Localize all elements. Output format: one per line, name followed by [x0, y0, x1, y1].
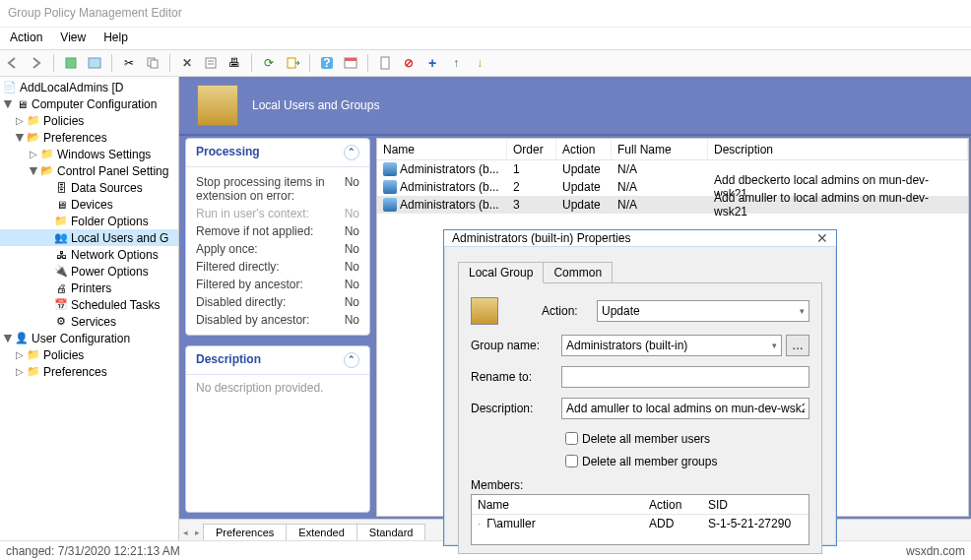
- member-row[interactable]: ·Γ\amuller ADD S-1-5-21-27290: [472, 515, 809, 532]
- svg-rect-7: [288, 58, 295, 68]
- stop-icon[interactable]: ⊘: [400, 54, 418, 72]
- tree-comp-config[interactable]: Computer Configuration: [32, 97, 157, 111]
- tree-cp-settings[interactable]: Control Panel Setting: [57, 164, 168, 178]
- delete-users-label: Delete all member users: [582, 432, 710, 446]
- collapse-icon[interactable]: ⌃: [344, 352, 359, 368]
- close-icon[interactable]: ✕: [816, 230, 828, 246]
- toolbar: ✂ ✕ 🖶 ⟳ ? ⊘ + ↑ ↓: [0, 49, 971, 77]
- up-icon[interactable]: ↑: [447, 54, 465, 72]
- menu-view[interactable]: View: [60, 31, 86, 46]
- members-label: Members:: [471, 478, 809, 492]
- menu-action[interactable]: Action: [10, 31, 42, 46]
- refresh-icon[interactable]: ⟳: [260, 54, 278, 72]
- users-groups-icon: [197, 85, 238, 126]
- page-icon[interactable]: [376, 54, 394, 72]
- mcol-sid[interactable]: SID: [702, 498, 809, 512]
- svg-rect-11: [345, 58, 356, 61]
- description-field[interactable]: [561, 398, 809, 419]
- tree-win-settings[interactable]: Windows Settings: [57, 148, 151, 161]
- delete-groups-checkbox[interactable]: [565, 455, 578, 467]
- status-changed: changed: 7/31/2020 12:21:13 AM: [6, 544, 180, 558]
- tree-services[interactable]: Services: [71, 315, 116, 329]
- menu-help[interactable]: Help: [103, 31, 128, 46]
- description-text: No description provided.: [186, 375, 369, 401]
- tree-network[interactable]: Network Options: [71, 248, 159, 262]
- tree-printers[interactable]: Printers: [71, 281, 111, 295]
- proc-context-label: Run in user's context:: [196, 207, 309, 220]
- proc-filtanc-label: Filtered by ancestor:: [196, 278, 303, 291]
- group-icon: [383, 162, 397, 176]
- new-icon[interactable]: [62, 54, 80, 72]
- description-title: Description: [196, 352, 261, 368]
- print-icon[interactable]: 🖶: [226, 54, 243, 72]
- col-description[interactable]: Description: [708, 139, 968, 159]
- proc-remove-label: Remove if not applied:: [196, 224, 313, 238]
- tree-preferences[interactable]: Preferences: [43, 131, 107, 145]
- group-large-icon: [471, 297, 498, 325]
- back-icon[interactable]: [4, 54, 22, 72]
- nav-tree[interactable]: 📄AddLocalAdmins [D ⯆🖥Computer Configurat…: [0, 77, 179, 540]
- tab-extended[interactable]: Extended: [286, 524, 356, 540]
- tree-devices[interactable]: Devices: [71, 198, 113, 212]
- proc-disanc-label: Disabled by ancestor:: [196, 313, 309, 327]
- collapse-icon[interactable]: ⌃: [344, 145, 359, 160]
- menubar: Action View Help: [0, 28, 971, 49]
- svg-rect-0: [66, 58, 76, 68]
- window-title: Group Policy Management Editor: [0, 0, 971, 28]
- list-header: Name Order Action Full Name Description: [377, 139, 968, 160]
- group-icon: [383, 180, 397, 194]
- tree-power[interactable]: Power Options: [71, 265, 149, 279]
- properties-icon[interactable]: [202, 54, 220, 72]
- tree-local-users-groups[interactable]: Local Users and G: [71, 231, 168, 245]
- content-header: Local Users and Groups: [179, 77, 971, 136]
- delete-icon[interactable]: ✕: [178, 54, 196, 72]
- tree-preferences-user[interactable]: Preferences: [43, 365, 107, 379]
- action-select[interactable]: Update: [597, 300, 809, 322]
- group-icon: [383, 198, 397, 212]
- description-panel: Description⌃ No description provided.: [185, 345, 370, 513]
- col-name[interactable]: Name: [377, 139, 507, 159]
- group-name-label: Group name:: [471, 339, 561, 352]
- help-icon[interactable]: ?: [318, 54, 336, 72]
- forward-icon[interactable]: [28, 54, 45, 72]
- cut-icon[interactable]: ✂: [120, 54, 138, 72]
- col-order[interactable]: Order: [507, 139, 556, 159]
- tab-local-group[interactable]: Local Group: [458, 262, 544, 283]
- copy-icon[interactable]: [144, 54, 162, 72]
- calendar-icon[interactable]: [342, 54, 359, 72]
- tree-root[interactable]: AddLocalAdmins [D: [20, 81, 123, 94]
- tree-data-sources[interactable]: Data Sources: [71, 181, 143, 195]
- members-list[interactable]: Name Action SID ·Γ\amuller ADD S-1-5-21-…: [471, 494, 809, 545]
- tab-standard[interactable]: Standard: [356, 524, 426, 540]
- col-fullname[interactable]: Full Name: [612, 139, 708, 159]
- tree-user-config[interactable]: User Configuration: [32, 332, 130, 345]
- add-icon[interactable]: +: [423, 54, 441, 72]
- window-icon[interactable]: [86, 54, 103, 72]
- rename-label: Rename to:: [471, 370, 561, 384]
- tree-scheduled[interactable]: Scheduled Tasks: [71, 298, 161, 312]
- tree-policies[interactable]: Policies: [43, 114, 84, 128]
- delete-users-checkbox[interactable]: [565, 432, 578, 445]
- proc-apply-label: Apply once:: [196, 242, 258, 256]
- tree-folder-options[interactable]: Folder Options: [71, 215, 149, 228]
- tab-preferences[interactable]: Preferences: [203, 524, 287, 540]
- rename-field[interactable]: [561, 366, 809, 388]
- desc-label: Description:: [471, 402, 561, 415]
- export-icon[interactable]: [284, 54, 301, 72]
- tree-policies-user[interactable]: Policies: [43, 348, 84, 362]
- proc-stop-val: No: [345, 175, 359, 203]
- browse-button[interactable]: …: [786, 335, 809, 356]
- proc-filtdir-label: Filtered directly:: [196, 260, 280, 274]
- status-watermark: wsxdn.com: [906, 544, 965, 558]
- proc-stop-label: Stop processing items in extension on er…: [196, 175, 345, 203]
- col-action[interactable]: Action: [556, 139, 612, 159]
- mcol-name[interactable]: Name: [472, 498, 643, 512]
- proc-disdir-label: Disabled directly:: [196, 295, 286, 309]
- list-row[interactable]: Administrators (b... 3UpdateN/AAdd amull…: [377, 196, 968, 214]
- mcol-action[interactable]: Action: [643, 498, 702, 512]
- tab-common[interactable]: Common: [543, 262, 613, 283]
- group-name-select[interactable]: Administrators (built-in): [561, 335, 782, 356]
- page-title: Local Users and Groups: [252, 98, 379, 112]
- svg-rect-3: [151, 60, 158, 68]
- down-icon[interactable]: ↓: [471, 54, 488, 72]
